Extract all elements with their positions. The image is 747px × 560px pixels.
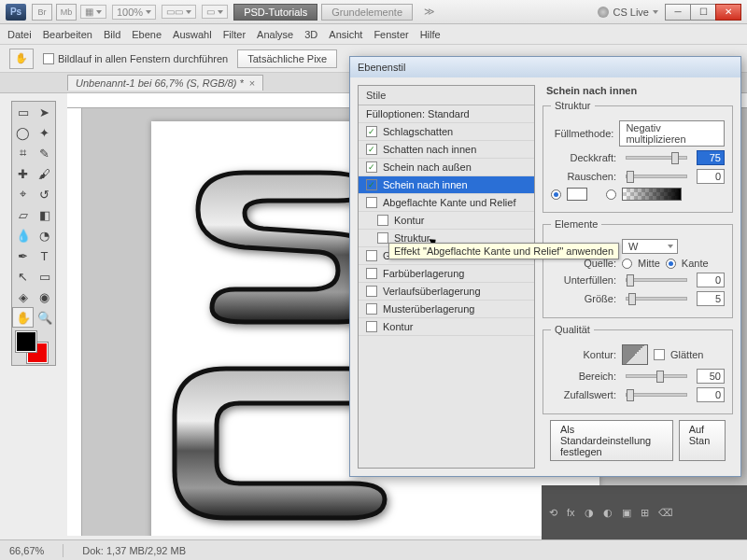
arrange-dd[interactable]: ▭▭ bbox=[162, 5, 196, 19]
menu-auswahl[interactable]: Auswahl bbox=[173, 29, 212, 40]
color-swatches[interactable] bbox=[12, 328, 55, 365]
noise-slider[interactable] bbox=[626, 175, 687, 178]
workspace-grundelemente-button[interactable]: Grundelemente bbox=[321, 4, 413, 21]
shape-tool-icon[interactable]: ▭ bbox=[34, 266, 55, 287]
cslive-button[interactable]: CS Live bbox=[598, 7, 658, 18]
ruler-vertical[interactable] bbox=[67, 108, 82, 536]
style-checkbox[interactable] bbox=[366, 268, 377, 279]
zufallswert-input[interactable]: 0 bbox=[697, 387, 725, 402]
style-checkbox[interactable] bbox=[366, 197, 377, 208]
minimize-button[interactable]: ─ bbox=[665, 4, 691, 21]
zufallswert-slider[interactable] bbox=[626, 393, 687, 397]
magic-wand-tool-icon[interactable]: ✦ bbox=[34, 122, 55, 143]
style-item-schein-nach-innen[interactable]: Schein nach innen bbox=[359, 176, 534, 194]
photoshop-logo[interactable]: Ps bbox=[6, 4, 26, 21]
bereich-input[interactable]: 50 bbox=[697, 369, 725, 384]
status-zoom[interactable]: 66,67% bbox=[9, 545, 44, 556]
style-item-abgeflachte-kante-und-relief[interactable]: Abgeflachte Kante und Relief bbox=[359, 194, 534, 212]
3d-tool-icon[interactable]: ◈ bbox=[12, 287, 34, 307]
contour-picker[interactable] bbox=[622, 344, 648, 365]
adjustment-icon[interactable]: ◐ bbox=[603, 507, 613, 519]
gradient-radio[interactable] bbox=[606, 189, 616, 200]
style-checkbox[interactable] bbox=[366, 321, 377, 332]
dialog-titlebar[interactable]: Ebenenstil bbox=[350, 57, 740, 77]
hand-tool-icon-2[interactable]: ✋ bbox=[12, 307, 34, 328]
screenmode-dd[interactable]: ▭ bbox=[202, 5, 228, 19]
lasso-tool-icon[interactable]: ◯ bbox=[12, 122, 34, 143]
arrow-tool-icon[interactable]: ➤ bbox=[34, 102, 55, 122]
move-tool-icon[interactable]: ▭ bbox=[12, 102, 34, 122]
workspace-psd-tutorials-button[interactable]: PSD-Tutorials bbox=[233, 4, 317, 21]
crop-tool-icon[interactable]: ⌗ bbox=[12, 143, 34, 163]
bridge-icon[interactable]: Br bbox=[32, 4, 52, 21]
zoom-tool-icon[interactable]: 🔍 bbox=[34, 307, 55, 328]
camera-tool-icon[interactable]: ◉ bbox=[34, 287, 55, 307]
menu-3d[interactable]: 3D bbox=[304, 29, 317, 40]
style-checkbox[interactable] bbox=[366, 250, 377, 261]
style-item-verlaufs-berlagerung[interactable]: Verlaufsüberlagerung bbox=[359, 283, 534, 301]
blur-tool-icon[interactable]: 💧 bbox=[12, 225, 34, 245]
history-brush-tool-icon[interactable]: ↺ bbox=[34, 184, 55, 204]
pen-tool-icon[interactable]: ✒ bbox=[12, 245, 34, 266]
bereich-slider[interactable] bbox=[626, 374, 687, 378]
style-item-muster-berlagerung[interactable]: Musterüberlagerung bbox=[359, 301, 534, 318]
unterfuellen-slider[interactable] bbox=[626, 278, 687, 282]
fx-icon[interactable]: fx bbox=[567, 507, 575, 518]
quelle-kante-radio[interactable] bbox=[666, 259, 676, 269]
menu-hilfe[interactable]: Hilfe bbox=[420, 29, 441, 40]
blendmode-dropdown[interactable]: Negativ multiplizieren bbox=[619, 120, 725, 147]
style-checkbox[interactable] bbox=[366, 161, 377, 173]
scroll-all-checkbox[interactable]: Bildlauf in allen Fenstern durchführen bbox=[43, 53, 228, 64]
color-radio[interactable] bbox=[551, 189, 561, 200]
heal-tool-icon[interactable]: ✚ bbox=[12, 163, 34, 184]
tab-close-icon[interactable]: × bbox=[249, 77, 255, 89]
menu-filter[interactable]: Filter bbox=[223, 29, 246, 40]
style-item-farb-berlagerung[interactable]: Farbüberlagerung bbox=[359, 265, 534, 283]
menu-datei[interactable]: Datei bbox=[7, 29, 32, 40]
foreground-swatch[interactable] bbox=[16, 331, 36, 352]
style-checkbox[interactable] bbox=[366, 303, 377, 315]
stamp-tool-icon[interactable]: ⌖ bbox=[12, 184, 34, 204]
opacity-slider[interactable] bbox=[626, 156, 687, 160]
type-tool-icon[interactable]: T bbox=[34, 245, 55, 266]
quelle-mitte-radio[interactable] bbox=[622, 259, 632, 269]
new-layer-icon[interactable]: ⊞ bbox=[641, 507, 649, 519]
menu-ansicht[interactable]: Ansicht bbox=[329, 29, 362, 40]
style-item-kontur[interactable]: Kontur bbox=[359, 212, 534, 230]
noise-input[interactable]: 0 bbox=[697, 169, 725, 184]
style-checkbox[interactable] bbox=[366, 179, 377, 190]
opacity-input[interactable]: 75 bbox=[697, 150, 725, 165]
reset-standard-button[interactable]: Auf Stan bbox=[679, 420, 726, 461]
fill-options-row[interactable]: Fülloptionen: Standard bbox=[359, 105, 534, 123]
style-item-schlagschatten[interactable]: Schlagschatten bbox=[359, 123, 534, 141]
menu-analyse[interactable]: Analyse bbox=[257, 29, 293, 40]
document-tab[interactable]: Unbenannt-1 bei 66,7% (S, RGB/8) * × bbox=[67, 75, 263, 91]
maximize-button[interactable]: ☐ bbox=[690, 4, 716, 21]
path-tool-icon[interactable]: ↖ bbox=[12, 266, 34, 287]
menu-fenster[interactable]: Fenster bbox=[374, 29, 408, 40]
color-swatch[interactable] bbox=[567, 188, 587, 201]
style-checkbox[interactable] bbox=[366, 144, 377, 155]
zoom-dd[interactable]: 100% bbox=[112, 5, 156, 20]
style-checkbox[interactable] bbox=[377, 215, 388, 226]
menu-ebene[interactable]: Ebene bbox=[132, 29, 162, 40]
menu-bearbeiten[interactable]: Bearbeiten bbox=[43, 29, 92, 40]
menu-bild[interactable]: Bild bbox=[104, 29, 120, 40]
style-item-schatten-nach-innen[interactable]: Schatten nach innen bbox=[359, 141, 534, 159]
actual-pixels-button[interactable]: Tatsächliche Pixe bbox=[237, 49, 337, 68]
make-default-button[interactable]: Als Standardeinstellung festlegen bbox=[550, 420, 673, 461]
close-button[interactable]: ✕ bbox=[715, 4, 741, 21]
groesse-input[interactable]: 5 bbox=[697, 291, 725, 306]
dodge-tool-icon[interactable]: ◔ bbox=[34, 225, 55, 245]
style-checkbox[interactable] bbox=[377, 232, 388, 244]
delete-icon[interactable]: ⌫ bbox=[658, 507, 673, 519]
style-checkbox[interactable] bbox=[366, 286, 377, 297]
style-item-schein-nach-au-en[interactable]: Schein nach außen bbox=[359, 159, 534, 176]
technik-dropdown[interactable]: W bbox=[622, 239, 678, 254]
more-workspaces-icon[interactable]: ≫ bbox=[424, 6, 435, 18]
gradient-ramp[interactable] bbox=[622, 188, 682, 201]
gradient-tool-icon[interactable]: ◧ bbox=[34, 204, 55, 225]
status-doc[interactable]: Dok: 1,37 MB/2,92 MB bbox=[82, 545, 186, 556]
link-icon[interactable]: ⟲ bbox=[549, 507, 557, 519]
eraser-tool-icon[interactable]: ▱ bbox=[12, 204, 34, 225]
